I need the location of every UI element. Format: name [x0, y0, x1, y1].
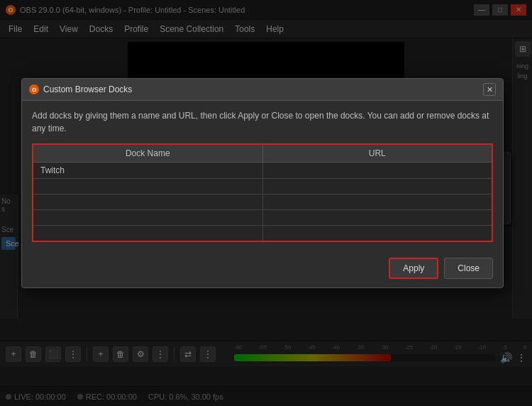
dock-url-cell-3[interactable]: [262, 194, 492, 210]
dialog-body: Add docks by giving them a name and URL,…: [22, 101, 503, 251]
dock-name-cell-5[interactable]: [33, 226, 262, 241]
dock-name-cell-1[interactable]: Twitch: [33, 163, 262, 179]
dialog-close-x-button[interactable]: ✕: [483, 83, 496, 96]
dock-url-cell-1[interactable]: [262, 163, 492, 179]
table-row: Twitch: [33, 163, 492, 179]
table-row: [33, 194, 492, 210]
dock-url-cell-5[interactable]: [262, 226, 492, 241]
dock-name-cell-3[interactable]: [33, 194, 262, 210]
dock-url-cell-4[interactable]: [262, 210, 492, 226]
table-row: [33, 226, 492, 241]
dialog-title-text: Custom Browser Docks: [43, 84, 132, 94]
dialog-obs-icon: O: [29, 84, 39, 94]
dialog-description: Add docks by giving them a name and URL,…: [32, 109, 493, 135]
dialog-title-left: O Custom Browser Docks: [29, 84, 132, 94]
close-button[interactable]: Close: [444, 258, 493, 279]
dialog-titlebar: O Custom Browser Docks ✕: [22, 79, 503, 101]
dock-name-cell-4[interactable]: [33, 210, 262, 226]
dock-name-cell-2[interactable]: [33, 179, 262, 194]
table-row: [33, 210, 492, 226]
table-row: [33, 179, 492, 194]
col-header-dock-name: Dock Name: [33, 144, 262, 163]
dialog-buttons: Apply Close: [22, 251, 503, 287]
apply-button[interactable]: Apply: [389, 258, 438, 279]
dock-table: Dock Name URL Twitch: [32, 143, 493, 242]
dock-url-cell-2[interactable]: [262, 179, 492, 194]
custom-browser-docks-dialog: O Custom Browser Docks ✕ Add docks by gi…: [21, 78, 504, 288]
col-header-url: URL: [262, 144, 492, 163]
